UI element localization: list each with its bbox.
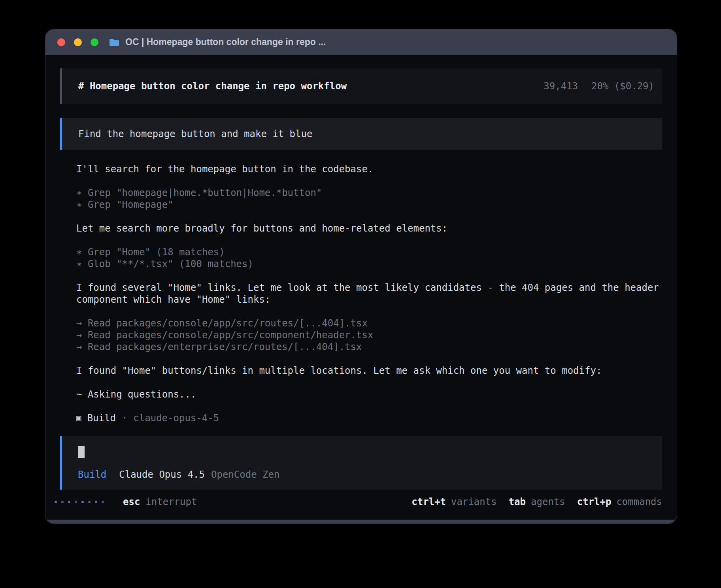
assistant-message: Let me search more broadly for buttons a… — [76, 222, 662, 234]
shortcut-key: ctrl+p — [577, 496, 612, 507]
traffic-lights — [57, 38, 98, 46]
zoom-button[interactable] — [91, 38, 98, 46]
esc-key-hint: esc — [123, 496, 140, 507]
shortcut-label: variants — [451, 496, 497, 507]
assistant-message: I found "Home" buttons/links in multiple… — [76, 365, 662, 377]
shortcut-key: tab — [509, 496, 526, 507]
working-status: ~ Asking questions... — [76, 388, 662, 400]
tool-call-grep: ∗ Grep "Home" (18 matches) — [76, 246, 662, 258]
session-header: # Homepage button color change in repo w… — [60, 68, 662, 104]
shortcut-label: commands — [616, 496, 662, 507]
agent-icon: ▣ — [76, 412, 81, 424]
context-usage: 20% ($0.29) — [591, 81, 654, 92]
shortcut-hints: ctrl+t variants tab agents ctrl+p comman… — [411, 496, 662, 507]
tool-call-read: → Read packages/enterprise/src/routes/[.… — [76, 341, 662, 353]
shortcut-agents: tab agents — [509, 496, 565, 507]
model-label: Claude Opus 4.5 — [119, 469, 205, 480]
assistant-message: I'll search for the homepage button in t… — [76, 163, 662, 175]
text-cursor — [78, 446, 85, 458]
conversation-transcript: I'll search for the homepage button in t… — [60, 163, 662, 424]
user-message-text: Find the homepage button and make it blu… — [78, 128, 312, 139]
agent-model: claude-opus-4-5 — [133, 412, 219, 424]
minimize-button[interactable] — [74, 38, 82, 46]
prompt-meta: Build Claude Opus 4.5 OpenCode Zen — [78, 469, 650, 480]
tool-call-grep: ∗ Grep "Homepage" — [76, 199, 662, 211]
tool-call-read: → Read packages/console/app/src/routes/[… — [76, 317, 662, 329]
shortcut-variants: ctrl+t variants — [411, 496, 496, 507]
status-bar: esc interrupt ctrl+t variants tab agents… — [60, 496, 662, 508]
provider-label: OpenCode Zen — [211, 469, 279, 480]
title-group: OC | Homepage button color change in rep… — [109, 37, 326, 47]
shortcut-commands: ctrl+p commands — [577, 496, 662, 507]
assistant-message: I found several "Home" links. Let me loo… — [76, 282, 662, 305]
session-title: # Homepage button color change in repo w… — [78, 81, 347, 92]
window-titlebar[interactable]: OC | Homepage button color change in rep… — [45, 29, 677, 55]
spinner-dots — [55, 501, 104, 503]
tool-call-grep: ∗ Grep "homepage|home.*button|Home.*butt… — [76, 187, 662, 199]
shortcut-label: agents — [531, 496, 565, 507]
token-count: 39,413 — [544, 81, 578, 92]
window-title: OC | Homepage button color change in rep… — [125, 37, 326, 47]
esc-action-label: interrupt — [145, 496, 197, 507]
window-bottom-chrome — [45, 520, 677, 524]
session-stats: 39,413 20% ($0.29) — [544, 81, 654, 92]
agent-status-line: ▣ Build · claude-opus-4-5 — [76, 412, 662, 424]
terminal-window: OC | Homepage button color change in rep… — [45, 29, 677, 524]
mode-badge[interactable]: Build — [78, 469, 106, 480]
user-message: Find the homepage button and make it blu… — [60, 118, 662, 150]
close-button[interactable] — [57, 38, 65, 46]
agent-separator: · — [122, 412, 127, 424]
tool-call-glob: ∗ Glob "**/*.tsx" (100 matches) — [76, 258, 662, 270]
agent-name: Build — [87, 412, 116, 424]
tool-call-read: → Read packages/console/app/src/componen… — [76, 329, 662, 341]
folder-icon — [109, 38, 120, 47]
prompt-input[interactable]: Build Claude Opus 4.5 OpenCode Zen — [60, 436, 662, 490]
terminal-body: # Homepage button color change in repo w… — [45, 55, 677, 524]
shortcut-key: ctrl+t — [411, 496, 446, 507]
